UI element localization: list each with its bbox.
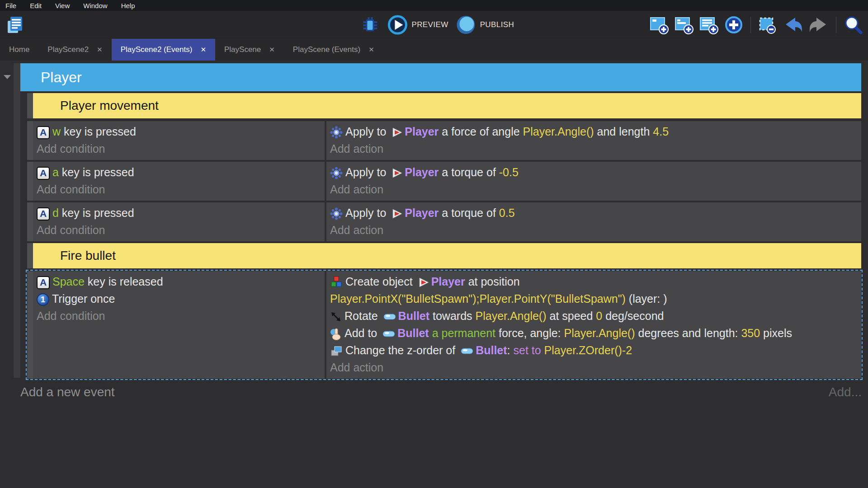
zorder-icon <box>330 345 343 357</box>
app-logo-icon[interactable] <box>5 15 25 35</box>
add-new-event-button[interactable]: Add a new event <box>20 385 115 399</box>
select-instruction-icon[interactable] <box>757 14 778 35</box>
condition[interactable]: Aw key is pressed <box>37 123 321 140</box>
tab-playscene2[interactable]: PlayScene2✕ <box>38 39 111 61</box>
comment-text[interactable]: Fire bullet <box>33 243 861 268</box>
tab-label: PlayScene <box>224 45 261 54</box>
tab-close-icon[interactable]: ✕ <box>97 46 103 54</box>
add-action-button[interactable]: Add action <box>330 359 858 376</box>
token: Create object <box>345 275 416 288</box>
token: 350 <box>741 327 760 339</box>
token: : <box>507 344 514 357</box>
tab-playscene2-events[interactable]: PlayScene2 (Events)✕ <box>112 39 215 61</box>
token: key is pressed <box>61 125 136 138</box>
token: Change the z-order of <box>345 344 458 357</box>
token: Apply to <box>345 166 389 178</box>
add-more-button[interactable]: Add... <box>829 385 862 399</box>
chevron-down-icon[interactable] <box>4 75 11 79</box>
bullet-icon <box>460 347 474 356</box>
tab-playscene[interactable]: PlayScene✕ <box>215 39 284 61</box>
token: a permanent <box>429 327 495 339</box>
tab-close-icon[interactable]: ✕ <box>200 46 206 54</box>
condition[interactable]: Aa key is pressed <box>37 164 321 181</box>
event-gutter <box>27 162 33 201</box>
action[interactable]: Rotate Bullet towards Player.Angle() at … <box>330 307 858 324</box>
debug-icon[interactable] <box>360 15 380 35</box>
action[interactable]: Apply to Player a torque of -0.5 <box>330 164 858 181</box>
actions-cell: Create object Player at position Player.… <box>326 271 861 379</box>
token: force, angle: <box>495 327 564 339</box>
publish-label: PUBLISH <box>480 20 514 29</box>
token: and length <box>594 125 653 138</box>
tab-close-icon[interactable]: ✕ <box>269 46 275 54</box>
add-condition-button[interactable]: Add condition <box>37 140 321 157</box>
action[interactable]: Change the z-order of Bullet: set to Pla… <box>330 342 858 359</box>
token: a <box>52 166 59 178</box>
add-event-icon[interactable] <box>649 14 670 35</box>
token: key is pressed <box>59 166 134 178</box>
conditions-cell: ASpace key is released1Trigger onceAdd c… <box>33 271 325 379</box>
player-icon <box>391 208 403 220</box>
condition[interactable]: 1Trigger once <box>37 290 321 307</box>
action[interactable]: Apply to Player a torque of 0.5 <box>330 204 858 221</box>
token: set to <box>514 344 544 357</box>
force-icon <box>330 328 342 340</box>
conditions-cell: Aa key is pressedAdd condition <box>33 162 325 201</box>
menu-item-file[interactable]: File <box>5 2 16 9</box>
add-condition-button[interactable]: Add condition <box>37 307 321 324</box>
menu-item-help[interactable]: Help <box>121 2 135 9</box>
token: w <box>52 125 61 138</box>
tab-close-icon[interactable]: ✕ <box>368 46 374 54</box>
keyboard-icon: A <box>37 276 50 289</box>
action[interactable]: Create object Player at position Player.… <box>330 273 858 307</box>
condition[interactable]: ASpace key is released <box>37 273 321 290</box>
add-subevent-icon[interactable] <box>674 14 694 35</box>
add-action-button[interactable]: Add action <box>330 140 858 157</box>
add-condition-button[interactable]: Add condition <box>37 221 321 239</box>
menu-item-window[interactable]: Window <box>83 2 107 9</box>
group-header[interactable]: Player <box>20 63 861 91</box>
tab-label: PlayScene (Events) <box>293 45 360 54</box>
events-sheet: Player Player movementAw key is pressedA… <box>0 61 868 488</box>
add-action-button[interactable]: Add action <box>330 181 858 198</box>
undo-icon[interactable] <box>782 14 804 35</box>
action[interactable]: Add to Bullet a permanent force, angle: … <box>330 324 858 342</box>
search-icon[interactable] <box>843 14 863 35</box>
comment-row: Player movement <box>27 93 861 118</box>
preview-button[interactable]: PREVIEW <box>387 14 448 35</box>
publish-button[interactable]: PUBLISH <box>456 14 514 35</box>
actions-cell: Apply to Player a torque of -0.5Add acti… <box>326 162 861 201</box>
add-action-button[interactable]: Add action <box>330 221 858 239</box>
tab-label: PlayScene2 (Events) <box>121 45 193 54</box>
add-circle-icon[interactable] <box>723 14 744 35</box>
token: Player.PointX("BulletSpawn");Player.Poin… <box>330 292 626 305</box>
token: towards <box>429 310 475 322</box>
keyboard-icon: A <box>37 207 50 221</box>
event-gutter <box>27 243 33 268</box>
token: Trigger once <box>52 292 115 305</box>
event-row: Aw key is pressedAdd conditionApply to P… <box>27 121 861 160</box>
player-icon <box>391 127 403 138</box>
tab-label: PlayScene2 <box>47 45 89 54</box>
action[interactable]: Apply to Player a force of angle Player.… <box>330 123 858 140</box>
bullet-icon <box>383 312 396 321</box>
token: Player.Angle() <box>523 125 594 138</box>
menu-item-edit[interactable]: Edit <box>30 2 42 9</box>
toolbar: PREVIEW PUBLISH <box>0 11 868 39</box>
token: -0.5 <box>499 166 519 178</box>
tab-playscene-events[interactable]: PlayScene (Events)✕ <box>284 39 383 61</box>
comment-text[interactable]: Player movement <box>33 93 861 118</box>
condition[interactable]: Ad key is pressed <box>37 204 321 221</box>
token: key is released <box>85 275 163 288</box>
publish-globe-icon <box>456 14 476 35</box>
menu-item-view[interactable]: View <box>55 2 70 9</box>
token: key is pressed <box>59 206 134 219</box>
tab-home[interactable]: Home <box>0 39 38 61</box>
token: 4.5 <box>653 125 669 138</box>
token: a force of angle <box>439 125 523 138</box>
redo-icon[interactable] <box>808 14 830 35</box>
trigger-once-icon: 1 <box>37 293 49 306</box>
add-comment-icon[interactable] <box>698 14 719 35</box>
add-condition-button[interactable]: Add condition <box>37 181 321 198</box>
comment-row: Fire bullet <box>27 243 861 268</box>
